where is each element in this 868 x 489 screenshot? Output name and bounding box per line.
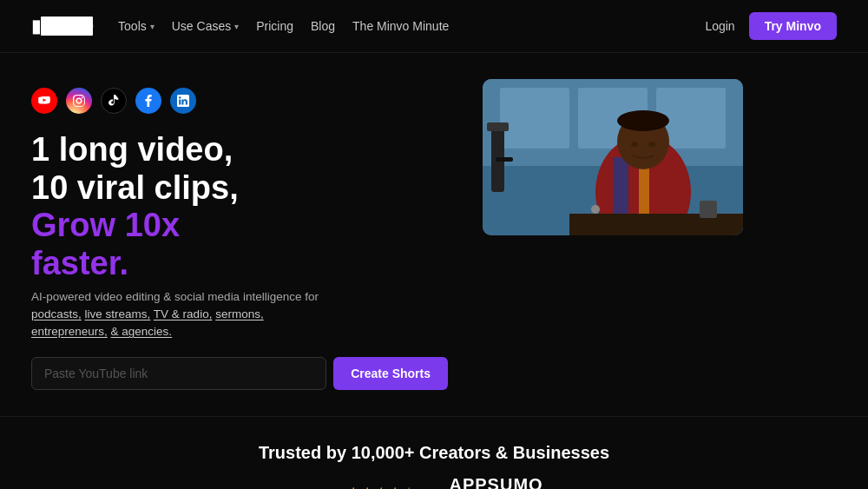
facebook-icon[interactable] bbox=[135, 88, 161, 114]
svg-point-13 bbox=[648, 142, 655, 147]
star-3: ★ bbox=[375, 484, 387, 489]
linkedin-icon[interactable] bbox=[170, 88, 196, 114]
appsumo-logo: APPSUMO bbox=[450, 475, 543, 490]
star-1: ★ bbox=[347, 484, 359, 489]
hero-cat-entrepreneurs: entrepreneurs, bbox=[31, 325, 108, 338]
hero-left: 1 long video, 10 viral clips, Grow 10x f… bbox=[31, 88, 448, 390]
nav-left: ▮MINVO Tools ▾ Use Cases ▾ Pricing Blog … bbox=[31, 16, 449, 36]
hero-cat-sermons: sermons, bbox=[215, 307, 264, 320]
nav-use-cases[interactable]: Use Cases ▾ bbox=[172, 19, 239, 33]
svg-rect-16 bbox=[700, 201, 717, 218]
hero-headline: 1 long video, 10 viral clips, Grow 10x f… bbox=[31, 131, 448, 283]
nav-right: Login Try Minvo bbox=[705, 12, 837, 40]
hero-subtext: AI-powered video editing & social media … bbox=[31, 288, 448, 341]
youtube-icon[interactable] bbox=[31, 88, 57, 114]
nav-tools[interactable]: Tools ▾ bbox=[118, 19, 155, 33]
nav-pricing[interactable]: Pricing bbox=[256, 19, 293, 33]
hero-cat-podcasts: podcasts, bbox=[31, 307, 82, 320]
hero-cat-agencies: & agencies. bbox=[111, 325, 173, 338]
svg-point-14 bbox=[617, 110, 669, 131]
svg-rect-6 bbox=[487, 122, 509, 131]
svg-rect-7 bbox=[496, 157, 513, 162]
review-logos: G ★ ★ ★ ★ ★ 125 reviews APPSUMO bbox=[31, 475, 837, 490]
create-shorts-button[interactable]: Create Shorts bbox=[333, 357, 448, 390]
star-half: ★ bbox=[403, 484, 415, 489]
star-4: ★ bbox=[389, 484, 401, 489]
google-stars: ★ ★ ★ ★ ★ bbox=[347, 484, 415, 489]
google-review: G ★ ★ ★ ★ ★ 125 reviews bbox=[325, 484, 414, 489]
svg-rect-15 bbox=[569, 214, 743, 235]
google-review-details: ★ ★ ★ ★ ★ 125 reviews bbox=[347, 484, 415, 489]
hero-cat-livestreams: live streams, bbox=[85, 307, 151, 320]
trusted-section: Trusted by 10,000+ Creators & Businesses… bbox=[0, 416, 868, 490]
chevron-down-icon: ▾ bbox=[150, 22, 155, 31]
trusted-title: Trusted by 10,000+ Creators & Businesses bbox=[31, 443, 837, 463]
hero-section: 1 long video, 10 viral clips, Grow 10x f… bbox=[0, 53, 868, 416]
hero-cat-tv: TV & radio, bbox=[154, 307, 213, 320]
nav-links: Tools ▾ Use Cases ▾ Pricing Blog The Min… bbox=[118, 19, 449, 33]
video-preview bbox=[483, 79, 743, 235]
hero-input-row: Create Shorts bbox=[31, 357, 448, 390]
star-2: ★ bbox=[361, 484, 373, 489]
navbar: ▮MINVO Tools ▾ Use Cases ▾ Pricing Blog … bbox=[0, 0, 868, 53]
social-icons-row bbox=[31, 88, 448, 114]
nav-blog[interactable]: Blog bbox=[311, 19, 335, 33]
svg-rect-2 bbox=[500, 88, 569, 149]
login-button[interactable]: Login bbox=[705, 19, 734, 33]
appsumo-review: APPSUMO 270 reviews bbox=[450, 475, 543, 490]
youtube-link-input[interactable] bbox=[31, 357, 326, 390]
nav-minvo-minute[interactable]: The Minvo Minute bbox=[352, 19, 449, 33]
tiktok-icon[interactable] bbox=[101, 88, 127, 114]
try-minvo-button[interactable]: Try Minvo bbox=[749, 12, 837, 40]
instagram-icon[interactable] bbox=[66, 88, 92, 114]
video-preview-svg bbox=[483, 79, 743, 235]
chevron-down-icon: ▾ bbox=[234, 22, 239, 31]
svg-point-17 bbox=[591, 205, 600, 214]
hero-video-thumbnail bbox=[483, 79, 743, 235]
svg-point-12 bbox=[631, 142, 638, 147]
logo[interactable]: ▮MINVO bbox=[31, 16, 94, 36]
